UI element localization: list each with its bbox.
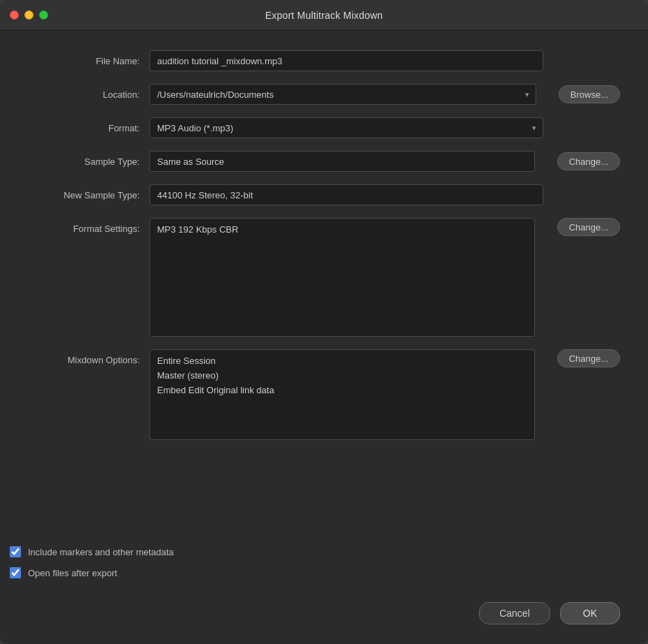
form-content: File Name: Location: /Users/nateulrich/D… <box>0 31 648 538</box>
change-format-button[interactable]: Change... <box>557 218 620 236</box>
location-label: Location: <box>28 89 140 100</box>
mixdown-options-area: Entire Session Master (stereo) Embed Edi… <box>149 349 535 440</box>
markers-label: Include markers and other metadata <box>28 547 174 557</box>
change-sample-button[interactable]: Change... <box>557 152 620 170</box>
sample-type-row: Sample Type: Same as Source Change... <box>28 151 620 172</box>
cancel-button[interactable]: Cancel <box>479 602 550 624</box>
file-name-label: File Name: <box>28 56 140 66</box>
format-label: Format: <box>28 123 140 133</box>
location-select-wrapper: /Users/nateulrich/Documents ▾ <box>149 84 536 105</box>
format-settings-area: MP3 192 Kbps CBR <box>149 218 535 337</box>
close-button[interactable] <box>10 10 19 20</box>
format-row: Format: MP3 Audio (*.mp3) ▾ <box>28 117 620 138</box>
format-select-wrapper: MP3 Audio (*.mp3) ▾ <box>149 117 543 138</box>
open-files-checkbox-row: Open files after export <box>10 567 648 578</box>
sample-type-value: Same as Source <box>149 151 535 172</box>
mixdown-option-3: Embed Edit Original link data <box>157 385 527 395</box>
location-select[interactable]: /Users/nateulrich/Documents <box>149 84 536 105</box>
markers-checkbox[interactable] <box>10 546 21 557</box>
export-dialog: Export Multitrack Mixdown File Name: Loc… <box>0 0 648 644</box>
format-settings-label: Format Settings: <box>28 218 140 234</box>
open-files-label: Open files after export <box>28 568 117 578</box>
title-bar: Export Multitrack Mixdown <box>0 0 648 31</box>
sample-type-label: Sample Type: <box>28 156 140 167</box>
format-select[interactable]: MP3 Audio (*.mp3) <box>149 117 543 138</box>
mixdown-options-row: Mixdown Options: Entire Session Master (… <box>28 349 620 440</box>
mixdown-options-label: Mixdown Options: <box>28 349 140 365</box>
new-sample-type-label: New Sample Type: <box>28 190 140 200</box>
mixdown-option-2: Master (stereo) <box>157 370 527 381</box>
change-mixdown-button[interactable]: Change... <box>557 349 620 367</box>
minimize-button[interactable] <box>24 10 34 20</box>
checkboxes-section: Include markers and other metadata Open … <box>0 546 648 588</box>
browse-button[interactable]: Browse... <box>559 85 620 103</box>
location-row: Location: /Users/nateulrich/Documents ▾ … <box>28 84 620 105</box>
markers-checkbox-row: Include markers and other metadata <box>10 546 648 557</box>
mixdown-option-1: Entire Session <box>157 356 527 366</box>
file-name-input[interactable] <box>149 50 543 71</box>
dialog-title: Export Multitrack Mixdown <box>265 10 383 21</box>
file-name-row: File Name: <box>28 50 620 71</box>
open-files-checkbox[interactable] <box>10 567 21 578</box>
format-settings-value: MP3 192 Kbps CBR <box>157 224 527 235</box>
ok-button[interactable]: OK <box>560 602 620 624</box>
new-sample-type-value: 44100 Hz Stereo, 32-bit <box>149 184 543 205</box>
traffic-lights <box>10 10 48 20</box>
bottom-buttons: Cancel OK <box>0 602 648 644</box>
new-sample-type-row: New Sample Type: 44100 Hz Stereo, 32-bit <box>28 184 620 205</box>
maximize-button[interactable] <box>39 10 48 20</box>
format-settings-row: Format Settings: MP3 192 Kbps CBR Change… <box>28 218 620 337</box>
